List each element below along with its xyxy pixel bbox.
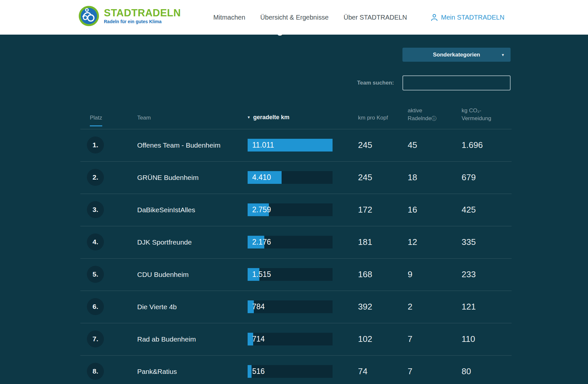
km-value: 2.759	[252, 203, 271, 216]
column-header-geradelte-km[interactable]: ▼ geradelte km	[247, 114, 289, 120]
brand-logo[interactable]: STADTRADELN Radeln für ein gutes Klima	[78, 6, 181, 26]
team-search-input[interactable]	[402, 75, 511, 90]
special-categories-label: Sonderkategorien	[433, 52, 480, 58]
km-per-capita-value: 245	[358, 129, 372, 161]
rank-badge: 5.	[87, 266, 104, 283]
geradelte-km-label: geradelte km	[253, 114, 289, 120]
column-header-aktive-radelnde: aktive Radelndeⓘ	[408, 107, 437, 122]
team-name: Die Vierte 4b	[137, 291, 177, 323]
user-icon	[431, 14, 438, 21]
active-riders-value: 9	[408, 258, 412, 291]
site-header: STADTRADELN Radeln für ein gutes Klima M…	[0, 0, 588, 35]
table-row[interactable]: 4. DJK Sportfreunde 2.176 181 12 335	[0, 226, 588, 258]
km-per-capita-value: 168	[358, 258, 372, 291]
info-icon[interactable]: ⓘ	[432, 116, 437, 121]
active-riders-value: 7	[408, 323, 412, 355]
co2-avoided-value: 1.696	[462, 129, 483, 161]
nav-item-uebersicht-ergebnisse[interactable]: Übersicht & Ergebnisse	[260, 14, 329, 21]
team-name: Pank&Ratius	[137, 355, 177, 384]
co2-avoided-value: 233	[462, 258, 476, 291]
km-value: 714	[252, 333, 265, 345]
table-row[interactable]: 1. Offenes Team - Budenheim 11.011 245 4…	[0, 129, 588, 161]
km-per-capita-value: 245	[358, 161, 372, 194]
main-nav: Mitmachen Übersicht & Ergebnisse Über ST…	[213, 0, 407, 35]
km-bar-fill	[248, 365, 252, 378]
active-riders-value: 16	[408, 194, 417, 226]
km-bar-track: 4.410	[248, 171, 333, 184]
table-row[interactable]: 2. GRÜNE Budenheim 4.410 245 18 679	[0, 161, 588, 194]
team-search-label: Team suchen:	[333, 75, 394, 90]
rank-badge: 1.	[87, 136, 104, 153]
co2-avoided-value: 425	[462, 194, 476, 226]
rank-badge: 6.	[87, 298, 104, 315]
km-per-capita-value: 172	[358, 194, 372, 226]
bicycle-logo-icon	[78, 6, 99, 26]
co2-avoided-value: 335	[462, 226, 476, 258]
aktive-line: aktive	[408, 107, 437, 115]
column-header-km-pro-kopf: km pro Kopf	[358, 115, 388, 121]
km-per-capita-value: 102	[358, 323, 372, 355]
column-header-kg-co2-vermeidung: kg CO₂- Vermeidung	[462, 107, 491, 122]
km-bar-track: 714	[248, 333, 333, 345]
account-link[interactable]: Mein STADTRADELN	[431, 0, 504, 35]
km-value: 516	[252, 365, 265, 378]
team-name: GRÜNE Budenheim	[137, 161, 199, 194]
team-name: DaBikeSeinIstAlles	[137, 194, 195, 226]
active-riders-value: 18	[408, 161, 417, 194]
km-bar-track: 2.176	[248, 236, 333, 248]
chevron-down-icon: ▼	[501, 53, 505, 57]
active-riders-value: 12	[408, 226, 417, 258]
km-value: 784	[252, 300, 265, 313]
km-bar-track: 1.515	[248, 268, 333, 281]
active-riders-value: 2	[408, 291, 412, 323]
brand-tagline: Radeln für ein gutes Klima	[104, 19, 181, 24]
column-header-team: Team	[137, 115, 151, 121]
km-per-capita-value: 74	[358, 355, 368, 384]
km-value: 4.410	[252, 171, 271, 184]
co2-avoided-value: 80	[462, 355, 471, 384]
active-riders-value: 45	[408, 129, 417, 161]
table-row[interactable]: 5. CDU Budenheim 1.515 168 9 233	[0, 258, 588, 291]
platz-active-underline	[90, 125, 102, 126]
co2-avoided-value: 679	[462, 161, 476, 194]
km-value: 1.515	[252, 268, 271, 281]
co2-line1: kg CO₂-	[462, 107, 491, 115]
km-bar-track: 2.759	[248, 203, 333, 216]
km-per-capita-value: 392	[358, 291, 372, 323]
table-row[interactable]: 7. Rad ab Budenheim 714 102 7 110	[0, 323, 588, 355]
active-riders-value: 7	[408, 355, 412, 384]
team-name: Offenes Team - Budenheim	[137, 129, 220, 161]
km-value: 2.176	[252, 236, 271, 248]
account-label: Mein STADTRADELN	[441, 14, 504, 21]
brand-name: STADTRADELN	[104, 8, 181, 18]
km-bar-track: 516	[248, 365, 333, 378]
team-name: Rad ab Budenheim	[137, 323, 196, 355]
team-name: CDU Budenheim	[137, 258, 189, 291]
rank-badge: 7.	[87, 330, 104, 347]
stadtradeln-results-page: g STADTRADELN Radeln für ein gutes Klima…	[0, 0, 588, 384]
sort-desc-icon: ▼	[247, 114, 251, 120]
co2-avoided-value: 121	[462, 291, 476, 323]
nav-item-ueber-stadtradeln[interactable]: Über STADTRADELN	[344, 14, 407, 21]
km-bar-track: 11.011	[248, 139, 333, 152]
nav-item-mitmachen[interactable]: Mitmachen	[213, 14, 245, 21]
rank-badge: 4.	[87, 233, 104, 250]
km-value: 11.011	[252, 139, 274, 152]
ranking-table-body: 1. Offenes Team - Budenheim 11.011 245 4…	[0, 129, 588, 384]
rank-badge: 2.	[87, 169, 104, 186]
rank-badge: 8.	[87, 363, 104, 380]
rank-badge: 3.	[87, 201, 104, 218]
table-row[interactable]: 6. Die Vierte 4b 784 392 2 121	[0, 291, 588, 323]
team-name: DJK Sportfreunde	[137, 226, 192, 258]
column-header-platz: Platz	[90, 115, 102, 121]
special-categories-dropdown[interactable]: Sonderkategorien ▼	[402, 48, 511, 62]
co2-avoided-value: 110	[462, 323, 475, 355]
km-bar-track: 784	[248, 300, 333, 313]
table-row[interactable]: 8. Pank&Ratius 516 74 7 80	[0, 355, 588, 384]
co2-line2: Vermeidung	[462, 115, 491, 122]
km-per-capita-value: 181	[358, 226, 372, 258]
brand-text: STADTRADELN Radeln für ein gutes Klima	[104, 8, 181, 24]
table-row[interactable]: 3. DaBikeSeinIstAlles 2.759 172 16 425	[0, 194, 588, 226]
radelnde-line: Radelnde	[408, 115, 432, 121]
